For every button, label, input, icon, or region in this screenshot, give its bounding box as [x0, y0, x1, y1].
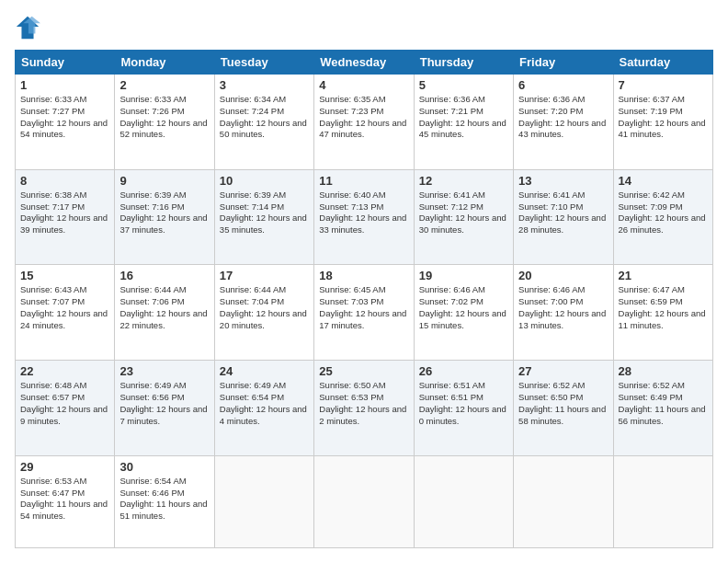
calendar-cell [514, 455, 613, 547]
cell-info: Sunrise: 6:37 AMSunset: 7:19 PMDaylight:… [619, 94, 706, 139]
cell-info: Sunrise: 6:42 AMSunset: 7:09 PMDaylight:… [619, 190, 706, 235]
day-number: 28 [619, 364, 708, 378]
day-number: 3 [220, 78, 309, 92]
day-number: 16 [119, 269, 209, 282]
cell-info: Sunrise: 6:52 AMSunset: 6:50 PMDaylight:… [518, 380, 606, 425]
day-number: 4 [319, 78, 408, 92]
calendar-cell: 5 Sunrise: 6:36 AMSunset: 7:21 PMDayligh… [414, 75, 513, 170]
calendar-week-row: 22 Sunrise: 6:48 AMSunset: 6:57 PMDaylig… [16, 361, 713, 456]
calendar-cell [214, 455, 313, 547]
calendar-table: SundayMondayTuesdayWednesdayThursdayFrid… [15, 50, 713, 548]
calendar-cell: 29 Sunrise: 6:53 AMSunset: 6:47 PMDaylig… [16, 455, 115, 547]
calendar-week-row: 1 Sunrise: 6:33 AMSunset: 7:27 PMDayligh… [16, 75, 713, 170]
calendar-cell: 19 Sunrise: 6:46 AMSunset: 7:02 PMDaylig… [414, 265, 513, 361]
calendar-cell [613, 455, 712, 547]
weekday-header: Monday [115, 51, 214, 75]
day-number: 22 [20, 364, 109, 378]
calendar-cell: 16 Sunrise: 6:44 AMSunset: 7:06 PMDaylig… [115, 265, 214, 361]
day-number: 21 [619, 269, 708, 282]
cell-info: Sunrise: 6:43 AMSunset: 7:07 PMDaylight:… [20, 284, 108, 329]
day-number: 5 [419, 78, 508, 92]
cell-info: Sunrise: 6:46 AMSunset: 7:02 PMDaylight:… [419, 284, 506, 329]
calendar-cell: 22 Sunrise: 6:48 AMSunset: 6:57 PMDaylig… [16, 361, 115, 456]
logo [15, 15, 44, 40]
cell-info: Sunrise: 6:38 AMSunset: 7:17 PMDaylight:… [20, 190, 108, 235]
weekday-header: Thursday [414, 51, 513, 75]
weekday-header: Sunday [16, 51, 115, 75]
cell-info: Sunrise: 6:41 AMSunset: 7:12 PMDaylight:… [419, 190, 506, 235]
calendar-week-row: 8 Sunrise: 6:38 AMSunset: 7:17 PMDayligh… [16, 169, 713, 265]
calendar-cell: 30 Sunrise: 6:54 AMSunset: 6:46 PMDaylig… [115, 455, 214, 547]
calendar-cell: 3 Sunrise: 6:34 AMSunset: 7:24 PMDayligh… [214, 75, 313, 170]
header [15, 15, 713, 40]
cell-info: Sunrise: 6:47 AMSunset: 6:59 PMDaylight:… [619, 284, 706, 329]
cell-info: Sunrise: 6:44 AMSunset: 7:04 PMDaylight:… [220, 284, 307, 329]
weekday-header: Tuesday [214, 51, 313, 75]
cell-info: Sunrise: 6:52 AMSunset: 6:49 PMDaylight:… [619, 380, 706, 425]
day-number: 15 [20, 269, 109, 282]
day-number: 25 [319, 364, 408, 378]
calendar-cell: 12 Sunrise: 6:41 AMSunset: 7:12 PMDaylig… [414, 169, 513, 265]
cell-info: Sunrise: 6:48 AMSunset: 6:57 PMDaylight:… [20, 380, 108, 425]
day-number: 11 [319, 174, 408, 188]
calendar-cell: 9 Sunrise: 6:39 AMSunset: 7:16 PMDayligh… [115, 169, 214, 265]
day-number: 19 [419, 269, 508, 282]
calendar-cell: 18 Sunrise: 6:45 AMSunset: 7:03 PMDaylig… [314, 265, 414, 361]
day-number: 12 [419, 174, 508, 188]
day-number: 26 [419, 364, 508, 378]
cell-info: Sunrise: 6:44 AMSunset: 7:06 PMDaylight:… [119, 284, 207, 329]
weekday-header: Saturday [613, 51, 712, 75]
cell-info: Sunrise: 6:51 AMSunset: 6:51 PMDaylight:… [419, 380, 506, 425]
day-number: 23 [119, 364, 209, 378]
calendar-cell: 13 Sunrise: 6:41 AMSunset: 7:10 PMDaylig… [514, 169, 613, 265]
calendar-cell: 1 Sunrise: 6:33 AMSunset: 7:27 PMDayligh… [16, 75, 115, 170]
calendar-cell: 23 Sunrise: 6:49 AMSunset: 6:56 PMDaylig… [115, 361, 214, 456]
calendar-cell [314, 455, 414, 547]
day-number: 14 [619, 174, 708, 188]
logo-icon [15, 15, 40, 40]
page: SundayMondayTuesdayWednesdayThursdayFrid… [0, 0, 728, 563]
calendar-cell: 26 Sunrise: 6:51 AMSunset: 6:51 PMDaylig… [414, 361, 513, 456]
cell-info: Sunrise: 6:54 AMSunset: 6:46 PMDaylight:… [119, 476, 207, 521]
day-number: 7 [619, 78, 708, 92]
calendar-cell: 2 Sunrise: 6:33 AMSunset: 7:26 PMDayligh… [115, 75, 214, 170]
calendar-cell: 14 Sunrise: 6:42 AMSunset: 7:09 PMDaylig… [613, 169, 712, 265]
calendar-cell: 10 Sunrise: 6:39 AMSunset: 7:14 PMDaylig… [214, 169, 313, 265]
cell-info: Sunrise: 6:53 AMSunset: 6:47 PMDaylight:… [20, 476, 108, 521]
weekday-header: Wednesday [314, 51, 414, 75]
day-number: 27 [518, 364, 608, 378]
calendar-cell: 27 Sunrise: 6:52 AMSunset: 6:50 PMDaylig… [514, 361, 613, 456]
calendar-cell: 24 Sunrise: 6:49 AMSunset: 6:54 PMDaylig… [214, 361, 313, 456]
cell-info: Sunrise: 6:34 AMSunset: 7:24 PMDaylight:… [220, 94, 307, 139]
calendar-cell: 20 Sunrise: 6:46 AMSunset: 7:00 PMDaylig… [514, 265, 613, 361]
calendar-cell: 28 Sunrise: 6:52 AMSunset: 6:49 PMDaylig… [613, 361, 712, 456]
cell-info: Sunrise: 6:33 AMSunset: 7:27 PMDaylight:… [20, 94, 108, 139]
calendar-header-row: SundayMondayTuesdayWednesdayThursdayFrid… [16, 51, 713, 75]
calendar-cell: 8 Sunrise: 6:38 AMSunset: 7:17 PMDayligh… [16, 169, 115, 265]
day-number: 2 [119, 78, 209, 92]
calendar-cell: 6 Sunrise: 6:36 AMSunset: 7:20 PMDayligh… [514, 75, 613, 170]
cell-info: Sunrise: 6:49 AMSunset: 6:54 PMDaylight:… [220, 380, 307, 425]
day-number: 9 [119, 174, 209, 188]
cell-info: Sunrise: 6:39 AMSunset: 7:14 PMDaylight:… [220, 190, 307, 235]
cell-info: Sunrise: 6:39 AMSunset: 7:16 PMDaylight:… [119, 190, 207, 235]
cell-info: Sunrise: 6:36 AMSunset: 7:20 PMDaylight:… [518, 94, 606, 139]
day-number: 20 [518, 269, 608, 282]
cell-info: Sunrise: 6:36 AMSunset: 7:21 PMDaylight:… [419, 94, 506, 139]
day-number: 10 [220, 174, 309, 188]
cell-info: Sunrise: 6:46 AMSunset: 7:00 PMDaylight:… [518, 284, 606, 329]
cell-info: Sunrise: 6:50 AMSunset: 6:53 PMDaylight:… [319, 380, 406, 425]
day-number: 24 [220, 364, 309, 378]
calendar-cell: 15 Sunrise: 6:43 AMSunset: 7:07 PMDaylig… [16, 265, 115, 361]
calendar-week-row: 15 Sunrise: 6:43 AMSunset: 7:07 PMDaylig… [16, 265, 713, 361]
calendar-cell: 7 Sunrise: 6:37 AMSunset: 7:19 PMDayligh… [613, 75, 712, 170]
day-number: 1 [20, 78, 109, 92]
cell-info: Sunrise: 6:40 AMSunset: 7:13 PMDaylight:… [319, 190, 406, 235]
cell-info: Sunrise: 6:49 AMSunset: 6:56 PMDaylight:… [119, 380, 207, 425]
cell-info: Sunrise: 6:45 AMSunset: 7:03 PMDaylight:… [319, 284, 406, 329]
day-number: 8 [20, 174, 109, 188]
calendar-cell: 21 Sunrise: 6:47 AMSunset: 6:59 PMDaylig… [613, 265, 712, 361]
calendar-cell: 11 Sunrise: 6:40 AMSunset: 7:13 PMDaylig… [314, 169, 414, 265]
calendar-cell [414, 455, 513, 547]
calendar-cell: 25 Sunrise: 6:50 AMSunset: 6:53 PMDaylig… [314, 361, 414, 456]
